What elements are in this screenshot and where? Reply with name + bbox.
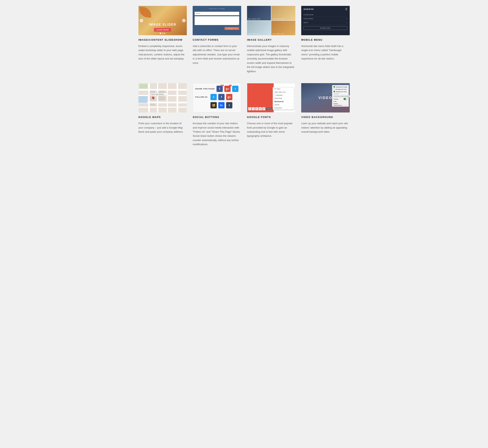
vp-radio-bg-image[interactable]: [334, 86, 335, 88]
slider-preview: IMAGE SLIDER LEARN MORE ‹ ›: [138, 6, 187, 35]
card-title-slider: IMAGE/CONTENT SLIDESHOW: [138, 38, 187, 41]
slider-dot-3[interactable]: [164, 33, 166, 34]
slider-dot-1[interactable]: [160, 33, 161, 34]
video-preview-container: VIDEO Background Image Background Color: [301, 83, 350, 112]
mm-item-help[interactable]: HELP: [304, 21, 347, 25]
map-tooltip[interactable]: Empire State Building: [149, 93, 167, 96]
vp-youtube-label: YouTube: [334, 93, 339, 95]
gallery-cell-3[interactable]: Type caption here: [247, 21, 271, 35]
behance-btn[interactable]: Be: [218, 102, 224, 108]
gallery-cell-4[interactable]: Type caption here: [271, 21, 295, 35]
follow-facebook-btn[interactable]: f: [218, 94, 224, 100]
font-option-montserrat[interactable]: Montserrat: [273, 100, 294, 103]
vp-row-bg-image: Background Image: [334, 86, 347, 88]
social-follow-row: FOLLOW US t f g+: [195, 94, 239, 100]
font-option-opensans[interactable]: Open Sans Con...: [273, 91, 294, 94]
gallery-cell-1[interactable]: Type caption here: [247, 6, 271, 20]
vp-radio-bg-video[interactable]: [334, 91, 335, 92]
font-option-droidserif[interactable]: Droid Serif: [273, 106, 294, 110]
github-btn[interactable]: 🐱: [210, 102, 217, 108]
card-google-fonts: Source S... PT Sans Open Sans Con... ✓ R…: [247, 83, 296, 146]
row2-grid: Empire State Building GOOGLE MAPS Point …: [138, 83, 350, 146]
fb-count: 192: [221, 85, 224, 86]
font-option-raleway[interactable]: ✓ Raleway: [273, 94, 294, 97]
font-tag: Raleway: [266, 108, 273, 110]
tumblr-btn[interactable]: t: [226, 102, 232, 108]
follow-label: FOLLOW US: [195, 96, 209, 98]
map-street-h1: [138, 89, 187, 91]
cf-name-input[interactable]: [195, 12, 239, 15]
font-option-ubuntu[interactable]: Ubuntu: [273, 103, 294, 106]
share-twitter-btn[interactable]: t: [232, 86, 239, 92]
map-street-h4: [138, 107, 187, 108]
vp-color-label: Color: [334, 101, 337, 102]
gallery-preview-container: Type caption here Type caption here Type…: [247, 6, 296, 35]
slider-prev-arrow[interactable]: ‹: [140, 19, 143, 22]
cf-submit-btn[interactable]: CONTACT US: [224, 27, 239, 30]
mm-hamburger-icon[interactable]: ☰: [345, 8, 347, 11]
fonts-dropdown[interactable]: PT Sans Open Sans Con... ✓ Raleway Droid…: [273, 87, 294, 110]
social-extra-row: 🐱 Be t: [195, 102, 239, 108]
row1-grid: IMAGE SLIDER LEARN MORE ‹ › IMAGE/CONTEN…: [138, 6, 350, 73]
card-desc-video: Liven up your website and catch your sit…: [301, 121, 350, 134]
vp-row-url: [334, 95, 347, 97]
vp-overlay-label: Overlay: [334, 98, 338, 100]
font-tool-1[interactable]: ✎: [248, 107, 251, 110]
mm-brand-name: MOBIRISE: [304, 8, 314, 10]
gallery-cell-2[interactable]: Type caption here: [271, 6, 295, 20]
card-social-buttons: SHARE THIS PAGE! f 192 g+ 47 t: [193, 83, 241, 146]
font-tool-2[interactable]: ▢: [252, 107, 255, 110]
slider-learn-more-btn[interactable]: LEARN MORE: [154, 28, 171, 32]
fonts-preview-container: Source S... PT Sans Open Sans Con... ✓ R…: [247, 83, 296, 112]
follow-twitter-btn[interactable]: t: [210, 94, 217, 100]
map-block-4: [158, 96, 165, 100]
maps-preview-container: Empire State Building: [138, 83, 187, 112]
card-image-gallery: Type caption here Type caption here Type…: [247, 6, 296, 73]
follow-googleplus-btn[interactable]: g+: [226, 94, 232, 100]
facebook-follow-icon: f: [221, 96, 222, 99]
mm-item-features[interactable]: FEATURES: [304, 17, 347, 21]
vp-opacity-label: Opacity: [334, 103, 338, 104]
mm-item-help-label: HELP: [304, 22, 308, 24]
card-contact-forms: CONTACT FORM CONTACT US CONTACT FORMS Ad…: [193, 6, 241, 73]
vp-radio-bg-color[interactable]: [334, 88, 335, 90]
vp-label-bg-image: Background Image: [336, 86, 347, 88]
mm-item-overview[interactable]: OVERVIEW: [304, 13, 347, 17]
social-preview-container: SHARE THIS PAGE! f 192 g+ 47 t: [193, 83, 241, 112]
card-desc-gallery: Demonstrate your images in masonry mobil…: [247, 44, 296, 73]
vp-url-input[interactable]: [334, 95, 350, 97]
font-option-ptsans[interactable]: PT Sans: [273, 88, 294, 91]
cf-message-input[interactable]: [195, 16, 239, 25]
share-googleplus-btn[interactable]: g+ 47: [224, 86, 231, 92]
font-tool-5[interactable]: 🔗: [262, 107, 265, 110]
vp-label-bg-video: Background Video: [336, 91, 347, 92]
github-icon: 🐱: [212, 104, 215, 107]
font-option-droidsans[interactable]: Droid Sans: [273, 97, 294, 100]
share-facebook-btn[interactable]: f 192: [216, 86, 223, 92]
contact-form-preview-container: CONTACT FORM CONTACT US: [193, 6, 241, 35]
vp-row-bg-color: Background Color: [334, 88, 347, 90]
video-settings-panel: Background Image Background Color Backgr…: [332, 85, 349, 107]
twitter-icon: t: [235, 87, 236, 90]
social-share-row: SHARE THIS PAGE! f 192 g+ 47 t: [195, 86, 239, 92]
font-tool-4[interactable]: ☰: [259, 107, 262, 110]
behance-icon: Be: [220, 104, 223, 106]
vp-row-overlay: Overlay: [334, 98, 347, 100]
video-preview: VIDEO Background Image Background Color: [301, 83, 350, 112]
card-video-background: VIDEO Background Image Background Color: [301, 83, 350, 146]
page-wrapper: IMAGE SLIDER LEARN MORE ‹ › IMAGE/CONTEN…: [135, 0, 354, 162]
mm-item-features-label: FEATURES: [304, 18, 313, 20]
mm-download-btn[interactable]: DOWNLOAD: [304, 26, 347, 30]
gallery-caption-3: Type caption here: [248, 33, 260, 34]
card-image-slider: IMAGE SLIDER LEARN MORE ‹ › IMAGE/CONTEN…: [138, 6, 187, 73]
font-tool-3[interactable]: ☰: [255, 107, 258, 110]
vp-row-bg-video: Background Video: [334, 91, 347, 92]
mobile-menu-preview-container: MOBIRISE ☰ OVERVIEW FEATURES HELP DOWNLO…: [301, 6, 350, 35]
vp-slider-track[interactable]: [334, 105, 347, 106]
slider-dot-2[interactable]: [162, 33, 163, 34]
map-street-v4: [177, 83, 178, 112]
video-preview-text: VIDEO: [318, 96, 332, 100]
vp-overlay-toggle[interactable]: [344, 98, 347, 100]
slider-next-arrow[interactable]: ›: [182, 19, 186, 22]
vp-opacity-slider: [334, 105, 347, 106]
